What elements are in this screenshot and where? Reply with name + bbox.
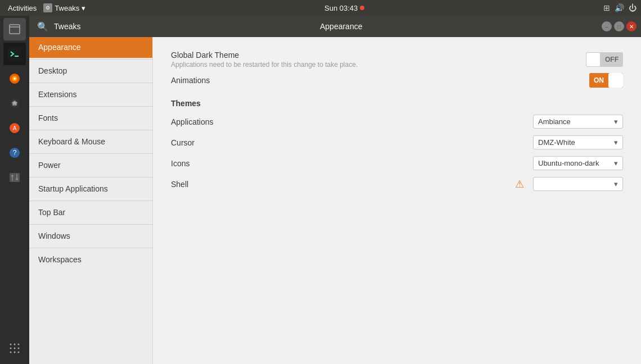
sidebar-separator-4: [29, 130, 152, 130]
global-dark-theme-toggle[interactable]: OFF: [586, 52, 623, 67]
global-dark-theme-label-group: Global Dark Theme Applications need to b…: [171, 51, 358, 69]
animations-label: Animations: [171, 76, 210, 85]
sidebar-item-workspaces[interactable]: Workspaces: [29, 249, 152, 270]
sidebar-item-fonts[interactable]: Fonts: [29, 108, 152, 129]
shell-theme-right: ⚠ ▾: [515, 177, 623, 191]
svg-point-6: [13, 78, 16, 80]
cursor-theme-label: Cursor: [171, 138, 195, 147]
app-name: Tweaks: [54, 22, 80, 31]
close-button[interactable]: ✕: [626, 21, 637, 31]
shell-theme-row: Shell ⚠ ▾: [171, 177, 623, 191]
window: A ?: [0, 16, 641, 364]
toggle-track-on: [608, 73, 623, 88]
system-bar-left: Activities ⚙ Tweaks ▾: [4, 3, 85, 13]
shell-dropdown-arrow: ▾: [614, 180, 618, 188]
icons-theme-value: Ubuntu-mono-dark: [538, 159, 599, 167]
icons-theme-dropdown[interactable]: Ubuntu-mono-dark ▾: [533, 156, 623, 170]
svg-point-24: [10, 352, 12, 353]
app-menu-label: Tweaks: [55, 4, 79, 12]
minimize-button[interactable]: –: [602, 21, 612, 31]
sidebar-item-keyboard-mouse[interactable]: Keyboard & Mouse: [29, 131, 152, 152]
svg-point-26: [18, 352, 20, 353]
applications-theme-dropdown[interactable]: Ambiance ▾: [533, 115, 623, 129]
taskbar-firefox-icon[interactable]: [3, 67, 26, 90]
main-panel: Global Dark Theme Applications need to b…: [153, 37, 641, 364]
applications-dropdown-arrow: ▾: [614, 117, 618, 126]
taskbar-bottom: [3, 337, 26, 364]
icons-dropdown-arrow: ▾: [614, 159, 618, 167]
svg-point-21: [10, 348, 12, 349]
sidebar-separator-7: [29, 201, 152, 201]
global-dark-theme-row: Global Dark Theme Applications need to b…: [171, 51, 623, 69]
sidebar-separator-5: [29, 153, 152, 154]
cursor-theme-value: DMZ-White: [538, 138, 575, 147]
sidebar-item-startup-applications[interactable]: Startup Applications: [29, 179, 152, 199]
shell-theme-dropdown[interactable]: ▾: [533, 177, 623, 191]
recording-dot: [360, 6, 364, 10]
titlebar: 🔍 Tweaks Appearance – □ ✕: [29, 16, 641, 37]
sidebar-separator-1: [29, 59, 152, 60]
apps-grid-button[interactable]: [3, 337, 26, 360]
svg-rect-2: [8, 47, 21, 61]
system-bar-center: Sun 03:43: [324, 4, 364, 12]
cursor-dropdown-arrow: ▾: [614, 138, 618, 147]
svg-rect-13: [10, 173, 20, 182]
icons-theme-row: Icons Ubuntu-mono-dark ▾: [171, 156, 623, 170]
sidebar-item-appearance[interactable]: Appearance: [29, 37, 152, 58]
sidebar-item-desktop[interactable]: Desktop: [29, 61, 152, 81]
sidebar-separator-8: [29, 224, 152, 225]
applications-theme-label: Applications: [171, 117, 214, 126]
taskbar-mixer-icon[interactable]: [3, 166, 26, 189]
toggle-on-label: ON: [589, 76, 608, 84]
taskbar-files-icon[interactable]: [3, 18, 26, 40]
sidebar: Appearance Desktop Extensions Fonts Keyb…: [29, 37, 153, 364]
shell-theme-value: [538, 180, 540, 188]
animations-row: Animations ON: [171, 73, 623, 88]
sidebar-separator-2: [29, 83, 152, 83]
window-controls: – □ ✕: [602, 21, 637, 31]
power-icon[interactable]: ⏻: [629, 3, 637, 12]
sidebar-separator-6: [29, 177, 152, 178]
sidebar-item-power[interactable]: Power: [29, 155, 152, 176]
svg-point-20: [18, 344, 20, 345]
themes-section-title: Themes: [171, 99, 623, 108]
app-menu-arrow: ▾: [82, 4, 85, 12]
applications-theme-value: Ambiance: [538, 117, 571, 126]
svg-text:?: ?: [13, 149, 17, 157]
cursor-theme-row: Cursor DMZ-White ▾: [171, 135, 623, 149]
svg-point-23: [18, 348, 20, 349]
app-area: 🔍 Tweaks Appearance – □ ✕ Appearance Des…: [29, 16, 641, 364]
sidebar-item-extensions[interactable]: Extensions: [29, 84, 152, 105]
window-title: Appearance: [80, 22, 602, 31]
svg-text:A: A: [13, 125, 17, 131]
taskbar-help-icon[interactable]: ?: [3, 142, 26, 164]
svg-point-18: [10, 344, 12, 345]
network-icon[interactable]: ⊞: [603, 3, 610, 12]
global-dark-theme-sublabel: Applications need to be restarted for th…: [171, 61, 358, 69]
svg-point-22: [14, 348, 16, 349]
sidebar-separator-3: [29, 106, 152, 107]
search-button[interactable]: 🔍: [34, 19, 52, 34]
applications-theme-row: Applications Ambiance ▾: [171, 115, 623, 129]
sidebar-item-top-bar[interactable]: Top Bar: [29, 202, 152, 223]
maximize-button[interactable]: □: [614, 21, 624, 31]
taskbar: A ?: [0, 16, 29, 364]
tweaks-icon: ⚙: [43, 3, 52, 12]
shell-theme-label: Shell: [171, 180, 188, 189]
cursor-theme-dropdown[interactable]: DMZ-White ▾: [533, 135, 623, 149]
app-menu[interactable]: ⚙ Tweaks ▾: [43, 3, 85, 12]
sidebar-item-windows[interactable]: Windows: [29, 226, 152, 247]
taskbar-software-icon[interactable]: A: [3, 117, 26, 139]
taskbar-terminal-icon[interactable]: [3, 43, 26, 65]
activities-button[interactable]: Activities: [4, 3, 40, 13]
global-dark-theme-label: Global Dark Theme: [171, 51, 358, 60]
system-bar: Activities ⚙ Tweaks ▾ Sun 03:43 ⊞ 🔊 ⏻: [0, 0, 641, 16]
sidebar-separator-9: [29, 248, 152, 248]
toggle-off-label: OFF: [601, 56, 623, 63]
animations-toggle[interactable]: ON: [589, 73, 623, 88]
shell-warning-icon: ⚠: [515, 178, 524, 190]
icons-theme-label: Icons: [171, 159, 189, 168]
svg-point-25: [14, 352, 16, 353]
volume-icon[interactable]: 🔊: [615, 3, 624, 12]
taskbar-gnome-icon[interactable]: [3, 92, 26, 115]
